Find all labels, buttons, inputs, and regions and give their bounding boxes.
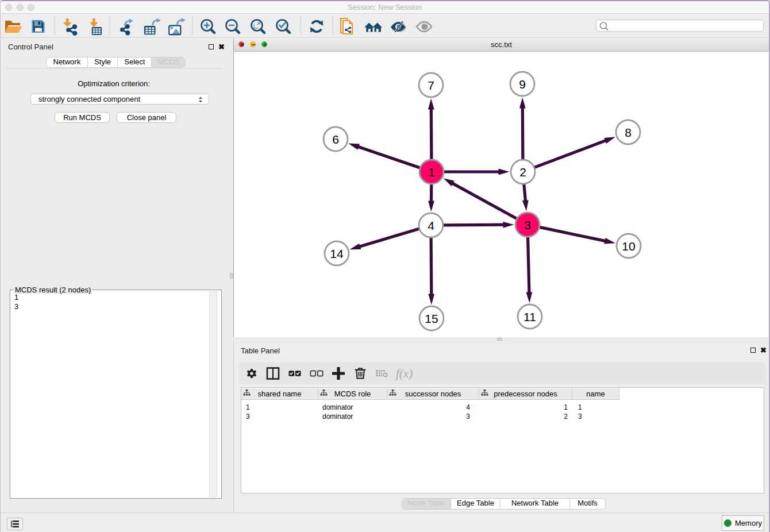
- svg-text:3: 3: [524, 218, 531, 232]
- svg-text:14: 14: [330, 247, 344, 260]
- svg-text:11: 11: [523, 310, 536, 323]
- svg-text:10: 10: [622, 240, 635, 253]
- svg-text:15: 15: [425, 312, 438, 325]
- svg-text:6: 6: [332, 133, 339, 146]
- svg-text:2: 2: [519, 165, 526, 179]
- svg-text:9: 9: [519, 78, 526, 91]
- svg-text:8: 8: [625, 126, 632, 139]
- svg-text:f(x): f(x): [396, 367, 413, 380]
- svg-text:4: 4: [428, 219, 434, 232]
- svg-text:1: 1: [428, 165, 435, 179]
- svg-text:7: 7: [428, 79, 434, 92]
